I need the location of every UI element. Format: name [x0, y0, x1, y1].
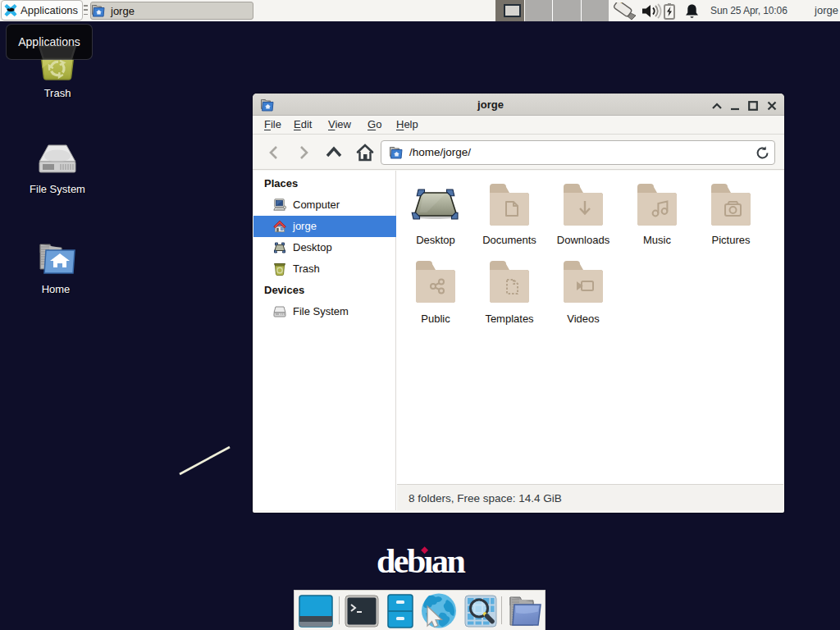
svg-text:debıan: debıan — [377, 542, 466, 580]
